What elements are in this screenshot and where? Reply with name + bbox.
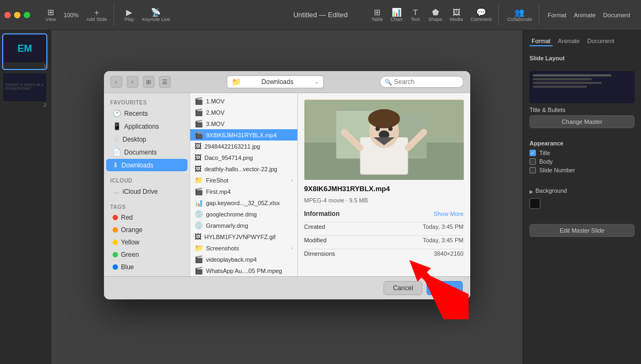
play-button[interactable]: ▶ Play — [121, 6, 138, 24]
view-group: ⊞ View 100% ＋ Add Slide — [39, 4, 114, 26]
back-button[interactable]: ‹ — [110, 76, 122, 88]
file-item[interactable]: 🖼 29484422163211.jpg — [190, 141, 297, 152]
dialog-footer: Cancel Insert — [104, 276, 470, 299]
file-item[interactable]: 🎬 videoplayback.mp4 — [190, 254, 297, 265]
text-button[interactable]: T Text — [407, 6, 424, 24]
zoom-button[interactable]: 100% — [60, 10, 82, 20]
keynote-live-icon: 📡 — [151, 8, 161, 16]
background-color-swatch[interactable] — [529, 198, 540, 209]
format-panel-button[interactable]: Format — [545, 10, 570, 20]
search-icon: 🔍 — [385, 79, 392, 86]
file-item-selected[interactable]: 🎬 9X8IK6JMH31RYBLX.mp4 — [190, 129, 297, 141]
created-key: Created — [304, 223, 325, 230]
slide-thumb-1[interactable]: EM 1 — [3, 34, 46, 69]
animate-panel-button[interactable]: Animate — [571, 10, 599, 20]
add-slide-label: Add Slide — [86, 17, 107, 22]
slide-number-checkbox-row: Slide Number — [529, 167, 635, 173]
file-label: 3.MOV — [206, 121, 225, 127]
maximize-button[interactable] — [24, 12, 30, 18]
view-button[interactable]: ⊞ View — [42, 6, 59, 24]
view-grid-button[interactable]: ⊞ — [143, 76, 155, 88]
desktop-icon: 🖥 — [113, 135, 120, 143]
tab-format[interactable]: Format — [529, 37, 553, 46]
file-item[interactable]: 🖼 Daco_954714.png — [190, 152, 297, 163]
file-item[interactable]: 🎬 3.MOV — [190, 118, 297, 129]
table-button[interactable]: ⊞ Table — [368, 6, 387, 24]
sidebar-item-applications[interactable]: 📱 Applications — [106, 120, 187, 132]
sidebar-item-icloud-drive[interactable]: ☁ iCloud Drive — [106, 185, 187, 198]
change-master-button[interactable]: Change Master — [529, 115, 635, 128]
insert-button[interactable]: Insert — [427, 281, 463, 295]
file-icon: 💿 — [194, 210, 203, 218]
edit-master-button[interactable]: Edit Master Slide — [529, 224, 635, 237]
view-column-button[interactable]: ☰ — [159, 76, 171, 88]
documents-label: Documents — [124, 149, 157, 156]
slide-number-checkbox[interactable] — [529, 167, 536, 173]
appearance-subsection: Appearance ✓ Title Body Slide Number — [529, 140, 635, 176]
file-item[interactable]: 🖼 deathly-hallo...vector-22.jpg — [190, 163, 297, 174]
right-panel: Format Animate Document Slide Layout Tit… — [522, 30, 641, 364]
collaborate-icon: 👥 — [514, 8, 525, 16]
file-icon: 🎬 — [194, 131, 203, 139]
play-label: Play — [124, 17, 134, 22]
minimize-button[interactable] — [14, 12, 20, 18]
search-input[interactable] — [394, 78, 459, 86]
chart-button[interactable]: 📊 Chart — [387, 6, 406, 24]
add-slide-button[interactable]: ＋ Add Slide — [83, 6, 110, 24]
sidebar-item-tag-red[interactable]: Red — [106, 212, 187, 223]
sidebar-item-tag-blue[interactable]: Blue — [106, 261, 187, 273]
file-item[interactable]: 💿 Grammarly.dmg — [190, 220, 297, 231]
slide-thumb-2[interactable]: EMBED A VIDEO IN A POWERPOINT 2 — [3, 73, 46, 108]
file-item[interactable]: 🎬 First.mp4 — [190, 186, 297, 197]
disclosure-arrow-icon: ▶ — [529, 189, 533, 194]
file-list: 🎬 1.MOV 🎬 2.MOV 🎬 3.MOV 🎬 — [190, 93, 298, 276]
desktop-label: Desktop — [123, 136, 147, 143]
file-item[interactable]: 🎬 1.MOV — [190, 95, 297, 107]
title-checkbox[interactable]: ✓ — [529, 150, 536, 156]
file-item-fireshot[interactable]: 📁 FireShot › — [190, 174, 297, 186]
tab-document[interactable]: Document — [585, 37, 616, 46]
file-item[interactable]: 📊 gap.keyword..._32_05Z.xlsx — [190, 197, 297, 208]
preview-filename: 9X8IK6JMH31RYBLX.mp4 — [304, 185, 464, 193]
cancel-button[interactable]: Cancel — [384, 281, 422, 295]
close-button[interactable] — [4, 12, 11, 18]
downloads-label: Downloads — [122, 162, 154, 169]
sidebar-item-tag-yellow[interactable]: Yellow — [106, 236, 187, 248]
sidebar-item-recents[interactable]: 🕐 Recents — [106, 107, 187, 120]
tab-animate[interactable]: Animate — [556, 37, 582, 46]
slide-number-label: Slide Number — [539, 167, 575, 173]
body-checkbox-row: Body — [529, 158, 635, 165]
comment-button[interactable]: 💬 Comment — [468, 6, 495, 24]
folder-arrow-icon: › — [291, 178, 293, 183]
document-panel-button[interactable]: Document — [600, 10, 633, 20]
sidebar-item-documents[interactable]: 📄 Documents — [106, 146, 187, 158]
forward-button[interactable]: › — [127, 76, 138, 88]
documents-icon: 📄 — [113, 148, 121, 156]
sidebar-item-downloads[interactable]: ⬇ Downloads — [106, 159, 187, 171]
file-item[interactable]: 🖼 HYLBM1FYJVNPWYFZ.gif — [190, 231, 297, 242]
location-picker[interactable]: 📁 Downloads ⌄ — [227, 75, 324, 88]
folder-icon: 📁 — [194, 176, 203, 184]
background-disclosure[interactable]: ▶ Background — [529, 187, 635, 196]
show-more-button[interactable]: Show More — [434, 211, 464, 217]
file-item-screenshots[interactable]: 📁 Screenshots › — [190, 242, 297, 254]
media-button[interactable]: 🖼 Media — [447, 6, 466, 24]
keynote-live-button[interactable]: 📡 Keynote Live — [139, 6, 173, 24]
body-checkbox[interactable] — [529, 158, 536, 165]
sidebar-item-desktop[interactable]: 🖥 Desktop — [106, 133, 187, 145]
chart-label: Chart — [391, 17, 402, 22]
file-item[interactable]: 💿 googlechrome.dmg — [190, 208, 297, 220]
shape-button[interactable]: ⬟ Shape — [425, 6, 445, 24]
sidebar-item-tag-orange[interactable]: Orange — [106, 224, 187, 236]
file-label: Screenshots — [206, 245, 239, 251]
file-item[interactable]: 🎬 2.MOV — [190, 107, 297, 118]
canvas-area: EM ‹ › ⊞ ☰ 📁 Downloads ⌄ — [51, 30, 522, 364]
file-label: 1.MOV — [206, 98, 225, 104]
icloud-drive-icon: ☁ — [113, 187, 120, 195]
modified-key: Modified — [304, 237, 327, 243]
sidebar-item-tag-green[interactable]: Green — [106, 249, 187, 261]
file-item[interactable]: 🎬 WhatsApp Au....05 PM.mpeg — [190, 265, 297, 276]
collaborate-button[interactable]: 👥 Collaborate — [504, 6, 535, 24]
text-label: Text — [411, 17, 420, 22]
preview-info-label: Information — [304, 210, 340, 218]
